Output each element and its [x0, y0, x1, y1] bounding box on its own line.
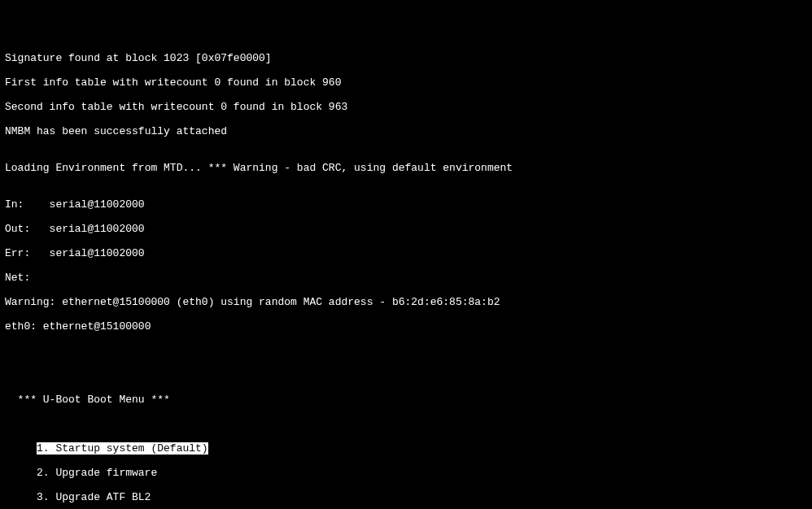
- boot-line-env: Loading Environment from MTD... *** Warn…: [5, 162, 807, 174]
- menu-item-upgrade-firmware[interactable]: 2. Upgrade firmware: [5, 467, 807, 479]
- blank-line: [5, 418, 807, 430]
- menu-item-upgrade-bl2[interactable]: 3. Upgrade ATF BL2: [5, 491, 807, 503]
- boot-line-out: Out: serial@11002000: [5, 223, 807, 235]
- boot-line-err: Err: serial@11002000: [5, 247, 807, 259]
- blank-line: [5, 369, 807, 381]
- blank-line: [5, 345, 807, 357]
- boot-line-net: Net:: [5, 272, 807, 284]
- menu-item-startup[interactable]: 1. Startup system (Default): [5, 442, 807, 455]
- boot-line-in: In: serial@11002000: [5, 198, 807, 211]
- boot-line-mac-warning: Warning: ethernet@15100000 (eth0) using …: [5, 296, 807, 308]
- boot-line-nmbm: NMBM has been successfully attached: [5, 125, 807, 137]
- boot-line-eth0: eth0: ethernet@15100000: [5, 320, 807, 333]
- boot-line-info1: First info table with writecount 0 found…: [5, 76, 807, 89]
- boot-line-signature: Signature found at block 1023 [0x07fe000…: [5, 52, 807, 64]
- boot-menu-title: *** U-Boot Boot Menu ***: [5, 394, 807, 406]
- boot-line-info2: Second info table with writecount 0 foun…: [5, 101, 807, 113]
